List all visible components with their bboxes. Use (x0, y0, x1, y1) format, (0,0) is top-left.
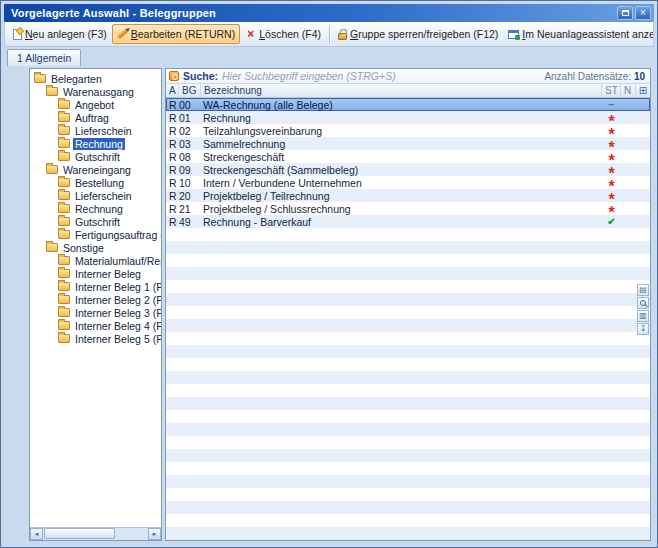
table-row-empty[interactable] (166, 267, 650, 280)
close-button[interactable]: × (635, 6, 651, 20)
table-row-empty[interactable] (166, 384, 650, 397)
table-row-03[interactable]: R03Sammelrechnung* (166, 137, 650, 150)
grid-settings-button[interactable]: ⊞ (636, 84, 650, 97)
cell-st: * (602, 128, 621, 133)
record-count-value: 10 (634, 71, 645, 82)
table-row-empty[interactable] (166, 371, 650, 384)
titlebar[interactable]: Vorgelagerte Auswahl - Beleggruppen × (4, 4, 654, 22)
table-row-empty[interactable] (166, 358, 650, 371)
table-row-empty[interactable] (166, 397, 650, 410)
tree-item-interner-beleg-4-pps[interactable]: Interner Beleg 4 (PPS) (30, 319, 161, 332)
column-header-st[interactable]: ST (602, 84, 621, 97)
table-row-empty[interactable] (166, 475, 650, 488)
delete-button[interactable]: × Löschen (F4) (240, 24, 326, 44)
lock-group-button[interactable]: Gruppe sperren/freigeben (F12) (333, 24, 503, 44)
tree-item-gutschrift[interactable]: Gutschrift (30, 150, 161, 163)
table-row-empty[interactable] (166, 241, 650, 254)
table-row-empty[interactable] (166, 514, 650, 527)
edit-button[interactable]: Bearbeiten (RETURN) (112, 24, 240, 44)
table-row-empty[interactable] (166, 293, 650, 306)
tree-item-auftrag[interactable]: Auftrag (30, 111, 161, 124)
tree-item-interner-beleg-3-pps[interactable]: Interner Beleg 3 (PPS) (30, 306, 161, 319)
table-row-empty[interactable] (166, 449, 650, 462)
dialog-window: Vorgelagerte Auswahl - Beleggruppen × Ne… (0, 0, 658, 548)
table-view-button[interactable]: ▤ (637, 284, 649, 296)
column-header-bezeichnung[interactable]: Bezeichnung (201, 84, 602, 97)
cell-a: R (166, 125, 179, 137)
tree-item-label: Interner Beleg (73, 268, 143, 280)
scrollbar-thumb[interactable] (44, 528, 115, 539)
scroll-right-button[interactable]: ► (148, 528, 161, 540)
tree-item-rechnung[interactable]: Rechnung (30, 137, 161, 150)
tree-item-bestellung[interactable]: Bestellung (30, 176, 161, 189)
tree-item-sonstige[interactable]: Sonstige (30, 241, 161, 254)
new-button[interactable]: Neu anlegen (F3) (8, 24, 112, 44)
column-header-bg[interactable]: BG (179, 84, 201, 97)
table-row-10[interactable]: R10Intern / Verbundene Unternehmen* (166, 176, 650, 189)
cell-bg: 10 (179, 177, 201, 189)
table-row-empty[interactable] (166, 501, 650, 514)
locked-icon: * (608, 158, 614, 163)
column-header-a[interactable]: A (166, 84, 179, 97)
locked-icon: * (608, 145, 614, 150)
table-row-empty[interactable] (166, 488, 650, 501)
table-row-empty[interactable] (166, 306, 650, 319)
tree-item-label: Rechnung (73, 203, 125, 215)
table-row-empty[interactable] (166, 254, 650, 267)
tree-item-rechnung[interactable]: Rechnung (30, 202, 161, 215)
table-row-empty[interactable] (166, 332, 650, 345)
table-row-empty[interactable] (166, 462, 650, 475)
tree-item-lieferschein[interactable]: Lieferschein (30, 189, 161, 202)
table-row-09[interactable]: R09Streckengeschäft (Sammelbeleg)* (166, 163, 650, 176)
table-row-empty[interactable] (166, 527, 650, 540)
column-header-n[interactable]: N (621, 84, 636, 97)
tree-item-interner-beleg-2-pps[interactable]: Interner Beleg 2 (PPS) (30, 293, 161, 306)
tree-item-wareneingang[interactable]: Wareneingang (30, 163, 161, 176)
table-row-00[interactable]: R00WA-Rechnung (alle Belege)− (166, 98, 650, 111)
table-row-empty[interactable] (166, 319, 650, 332)
search-button[interactable] (637, 297, 649, 309)
tree-item-interner-beleg[interactable]: Interner Beleg (30, 267, 161, 280)
cell-name: Projektbeleg / Schlussrechnung (201, 203, 602, 215)
table-row-02[interactable]: R02Teilzahlungsvereinbarung* (166, 124, 650, 137)
tree-item-lieferschein[interactable]: Lieferschein (30, 124, 161, 137)
table-row-empty[interactable] (166, 280, 650, 293)
scroll-left-button[interactable]: ◄ (30, 528, 43, 540)
filter-button[interactable]: ▥ (637, 310, 649, 322)
tree-item-interner-beleg-5-pps[interactable]: Interner Beleg 5 (PPS) (30, 332, 161, 345)
cell-bg: 09 (179, 164, 201, 176)
table-row-49[interactable]: R49Rechnung - Barverkauf✔ (166, 215, 650, 228)
search-input-placeholder[interactable]: Hier Suchbegriff eingeben (STRG+S) (222, 70, 396, 82)
tree-item-fertigungsauftrag-pps[interactable]: Fertigungsauftrag (PPS) (30, 228, 161, 241)
tree-item-warenausgang[interactable]: Warenausgang (30, 85, 161, 98)
table-row-empty[interactable] (166, 436, 650, 449)
folder-icon (34, 74, 46, 83)
belegarten-tree: BelegartenWarenausgangAngebotAuftragLief… (30, 69, 161, 345)
record-count: Anzahl Datensätze: 10 (544, 71, 647, 82)
table-row-empty[interactable] (166, 410, 650, 423)
assistant-toggle-button[interactable]: Im Neuanlageassistent anzeigen/sperren (503, 24, 654, 44)
folder-icon (46, 165, 58, 174)
tree-item-gutschrift[interactable]: Gutschrift (30, 215, 161, 228)
tree-horizontal-scrollbar[interactable]: ◄ ► (30, 527, 161, 540)
folder-icon (46, 243, 58, 252)
search-bar[interactable]: Suche: Hier Suchbegriff eingeben (STRG+S… (166, 69, 650, 84)
table-row-08[interactable]: R08Streckengeschäft* (166, 150, 650, 163)
restore-button[interactable] (617, 6, 633, 20)
tree-item-materialumlauf-reparatur[interactable]: Materialumlauf/Reparatur (30, 254, 161, 267)
table-row-01[interactable]: R01Rechnung* (166, 111, 650, 124)
table-row-empty[interactable] (166, 228, 650, 241)
tree-item-label: Interner Beleg 5 (PPS) (73, 333, 162, 345)
scrollbar-track[interactable] (43, 528, 148, 540)
table-row-empty[interactable] (166, 345, 650, 358)
go-to-end-button[interactable]: ↧ (637, 323, 649, 335)
tree-item-interner-beleg-1-pps[interactable]: Interner Beleg 1 (PPS) (30, 280, 161, 293)
cell-name: Teilzahlungsvereinbarung (201, 125, 602, 137)
tree-item-belegarten[interactable]: Belegarten (30, 72, 161, 85)
tree-item-angebot[interactable]: Angebot (30, 98, 161, 111)
table-row-empty[interactable] (166, 423, 650, 436)
table-row-21[interactable]: R21Projektbeleg / Schlussrechnung* (166, 202, 650, 215)
tab-allgemein[interactable]: 1 Allgemein (7, 49, 81, 66)
tree-item-label: Gutschrift (73, 216, 122, 228)
table-row-20[interactable]: R20Projektbeleg / Teilrechnung* (166, 189, 650, 202)
